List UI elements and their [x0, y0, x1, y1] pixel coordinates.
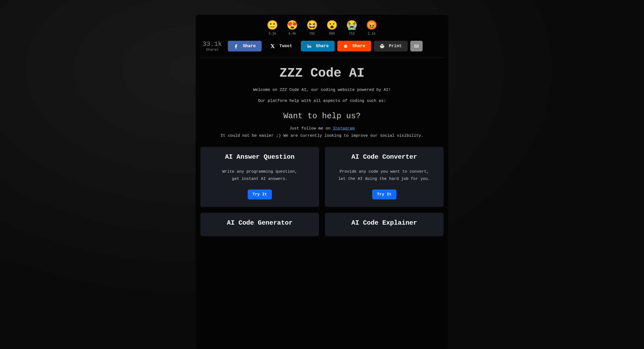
reaction-count: 701 [309, 32, 315, 36]
feature-cards: AI Answer Question Write any programming… [200, 147, 444, 236]
share-label: Share [316, 44, 329, 49]
hero-subhead-1: Welcome on ZZZ Code AI, our coding websi… [200, 86, 444, 94]
reaction-count: 694 [329, 32, 335, 36]
reddit-icon [343, 44, 348, 49]
share-label: Share [243, 44, 256, 49]
help-text-1: Just follow me on Instagram [200, 125, 444, 132]
share-label: Print [389, 44, 402, 49]
reaction-count: 3.2k [269, 32, 276, 36]
share-facebook-button[interactable]: Share [228, 41, 262, 51]
wow-icon: 😮 [326, 21, 338, 30]
card-desc: Write any programming question, get inst… [208, 168, 312, 183]
share-twitter-button[interactable]: Tweet [264, 41, 298, 51]
reaction-count: 713 [349, 32, 355, 36]
share-reddit-button[interactable]: Share [337, 41, 371, 51]
email-icon [414, 44, 419, 49]
share-label: Share [352, 44, 365, 49]
cry-icon: 😭 [346, 21, 357, 30]
instagram-link[interactable]: Instagram [333, 126, 355, 131]
card-title: AI Code Converter [332, 153, 436, 161]
reaction-count: 4.4k [288, 32, 296, 36]
share-email-button[interactable] [410, 41, 423, 51]
share-bar: 33.1k Shares Share Tweet Share Share Pri… [200, 40, 444, 58]
shares-total: 33.1k Shares [200, 40, 224, 52]
angry-icon: 😡 [366, 21, 377, 30]
card-code-explainer: AI Code Explainer [325, 213, 444, 236]
reaction-sad[interactable]: 😭 713 [346, 21, 357, 36]
page-title: ZZZ Code AI [200, 66, 444, 80]
share-linkedin-button[interactable]: Share [301, 41, 335, 51]
reaction-smile[interactable]: 🙂 3.2k [267, 21, 278, 36]
reaction-love[interactable]: 😍 4.4k [287, 21, 298, 36]
help-text-prefix: Just follow me on [289, 126, 333, 131]
help-text-2: It could not be easier ;) We are current… [200, 132, 444, 139]
main-container: 🙂 3.2k 😍 4.4k 😆 701 😮 694 😭 713 😡 1.1k 3… [196, 15, 448, 349]
svg-point-1 [345, 46, 345, 46]
smile-icon: 🙂 [267, 21, 278, 30]
reaction-count: 1.1k [368, 32, 376, 36]
help-heading: Want to help us? [200, 112, 444, 121]
card-title: AI Code Explainer [332, 219, 436, 227]
linkedin-icon [307, 44, 312, 49]
heart-eyes-icon: 😍 [287, 21, 298, 30]
try-it-button[interactable]: Try It [372, 190, 396, 199]
reaction-angry[interactable]: 😡 1.1k [366, 21, 377, 36]
print-icon [380, 44, 385, 49]
reaction-wow[interactable]: 😮 694 [326, 21, 338, 36]
reaction-laugh[interactable]: 😆 701 [306, 21, 318, 36]
hero-subhead-2: Our platform help with all aspects of co… [200, 97, 444, 105]
card-code-generator: AI Code Generator [200, 213, 319, 236]
card-code-converter: AI Code Converter Provide any code you w… [325, 147, 444, 207]
laugh-icon: 😆 [306, 21, 318, 30]
hero-section: ZZZ Code AI Welcome on ZZZ Code AI, our … [200, 66, 444, 139]
print-button[interactable]: Print [374, 41, 408, 51]
card-title: AI Answer Question [208, 153, 312, 161]
try-it-button[interactable]: Try It [248, 190, 272, 199]
shares-total-number: 33.1k [203, 40, 222, 48]
share-label: Tweet [279, 44, 292, 49]
svg-point-2 [346, 46, 346, 46]
card-desc: Provide any code you want to convert, le… [332, 168, 436, 183]
card-answer-question: AI Answer Question Write any programming… [200, 147, 319, 207]
x-icon [270, 44, 275, 49]
reactions-bar: 🙂 3.2k 😍 4.4k 😆 701 😮 694 😭 713 😡 1.1k [200, 21, 444, 36]
svg-point-0 [344, 45, 347, 48]
card-title: AI Code Generator [208, 219, 312, 227]
shares-total-label: Shares [203, 48, 222, 52]
facebook-icon [234, 44, 239, 49]
